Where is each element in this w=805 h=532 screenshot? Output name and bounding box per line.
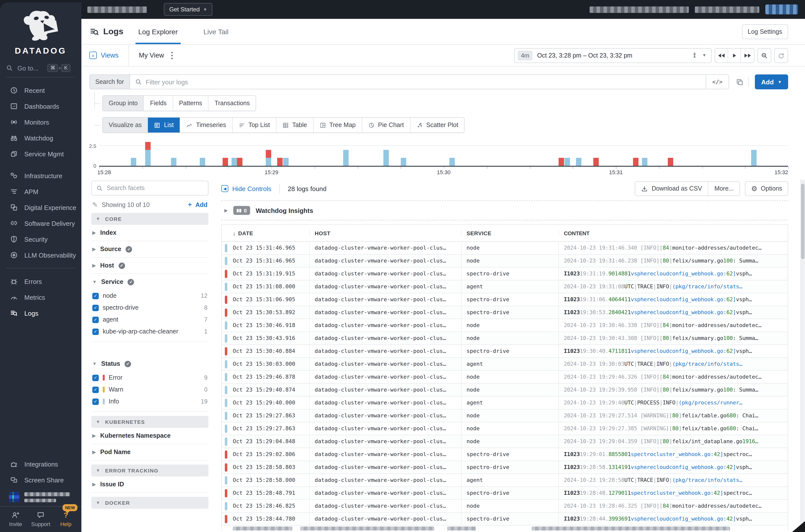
- sidebar-item-monitors[interactable]: Monitors: [0, 114, 81, 130]
- log-settings-button[interactable]: Log Settings: [742, 24, 788, 39]
- facet-pod-name[interactable]: ▶ Pod Name: [91, 444, 208, 460]
- sidebar-item-dashboards[interactable]: Dashboards: [0, 98, 81, 114]
- column-content[interactable]: CONTENT: [558, 230, 788, 236]
- time-play-button[interactable]: [728, 49, 741, 62]
- log-row[interactable]: Oct 23 15:29:02.806 datadog-cluster-vmwa…: [222, 448, 788, 461]
- refresh-button[interactable]: [774, 48, 788, 63]
- log-row[interactable]: Oct 23 15:28:48.791 datadog-cluster-vmwa…: [222, 487, 788, 500]
- log-row[interactable]: Oct 23 15:29:27.863 datadog-cluster-vmwa…: [222, 422, 788, 435]
- facet-checkbox[interactable]: [92, 328, 99, 335]
- facet-value-warn[interactable]: Warn0: [92, 384, 208, 396]
- zoom-out-button[interactable]: [758, 48, 771, 63]
- chart-bar[interactable]: [266, 150, 271, 166]
- facet-checkbox[interactable]: [92, 398, 99, 405]
- goto-search[interactable]: Go to... ⌘ + K: [6, 64, 75, 72]
- chart-bar[interactable]: [343, 150, 349, 166]
- sidebar-item-logs[interactable]: Logs: [0, 305, 81, 321]
- sidebar-item-apm[interactable]: APM: [0, 184, 81, 200]
- visualize-list[interactable]: List: [148, 118, 180, 133]
- facet-checkbox[interactable]: [92, 375, 99, 381]
- group-into-patterns[interactable]: Patterns: [173, 96, 208, 111]
- more-button[interactable]: More...: [708, 182, 740, 195]
- sidebar-item-security[interactable]: Security: [0, 231, 81, 247]
- add-facet-button[interactable]: ＋ Add: [187, 201, 208, 209]
- chart-bar[interactable]: [384, 150, 389, 166]
- log-row[interactable]: Oct 23 15:28:44.780 datadog-cluster-vmwa…: [222, 513, 788, 526]
- facet-checkbox[interactable]: [92, 292, 99, 299]
- log-row[interactable]: Oct 23 15:30:43.916 datadog-cluster-vmwa…: [222, 332, 788, 345]
- log-row[interactable]: Oct 23 15:28:58.000 datadog-cluster-vmwa…: [222, 474, 788, 487]
- facet-issue-id[interactable]: ▶ Issue ID: [91, 476, 208, 493]
- code-view-toggle[interactable]: </>: [706, 75, 729, 89]
- watchdog-insights-row[interactable]: ▶ 0 Watchdog Insights: [222, 201, 788, 220]
- log-row[interactable]: Oct 23 15:28:46.825 datadog-cluster-vmwa…: [222, 500, 788, 513]
- log-row[interactable]: Oct 23 15:29:40.000 datadog-cluster-vmwa…: [222, 397, 788, 410]
- add-button[interactable]: Add▼: [755, 74, 788, 89]
- log-row[interactable]: Oct 23 15:31:06.905 datadog-cluster-vmwa…: [222, 293, 788, 306]
- facet-checkbox[interactable]: [92, 316, 99, 323]
- group-into-transactions[interactable]: Transactions: [209, 96, 256, 111]
- time-range-picker[interactable]: 4m Oct 23, 3:28 pm – Oct 23, 3:32 pm ▼: [514, 48, 712, 63]
- user-account[interactable]: [0, 488, 81, 506]
- column-date[interactable]: ↓ DATE: [222, 230, 309, 236]
- log-row[interactable]: Oct 23 15:29:40.874 datadog-cluster-vmwa…: [222, 384, 788, 397]
- log-row[interactable]: Oct 23 15:31:08.000 datadog-cluster-vmwa…: [222, 280, 788, 293]
- chart-bar[interactable]: [401, 158, 406, 166]
- facet-kubernetes-namespace[interactable]: ▶ Kubernetes Namespace: [91, 428, 208, 444]
- column-service[interactable]: SERVICE: [461, 230, 558, 236]
- visualize-table[interactable]: Table: [276, 118, 313, 133]
- facet-value-agent[interactable]: agent7: [92, 314, 208, 326]
- visualize-pie-chart[interactable]: Pie Chart: [362, 118, 410, 133]
- invite-button[interactable]: Invite: [3, 511, 28, 527]
- download-csv-button[interactable]: Download as CSV: [635, 182, 708, 195]
- facet-source[interactable]: ▶ Source: [91, 241, 208, 258]
- sidebar-item-digital-experience[interactable]: Digital Experience: [0, 200, 81, 215]
- facet-group-error-tracking[interactable]: ▼ ERROR TRACKING: [91, 464, 208, 476]
- chart-bar[interactable]: [131, 158, 136, 166]
- visualize-tree-map[interactable]: Tree Map: [313, 118, 362, 133]
- sidebar-item-infrastructure[interactable]: Infrastructure: [0, 168, 81, 184]
- scrollbar-thumb[interactable]: [801, 184, 805, 259]
- chart-bar[interactable]: [564, 158, 570, 166]
- pin-icon[interactable]: [691, 52, 698, 59]
- chart-bar[interactable]: [277, 158, 283, 166]
- support-button[interactable]: Support: [28, 511, 53, 527]
- log-row[interactable]: Oct 23 15:29:04.848 datadog-cluster-vmwa…: [222, 435, 788, 448]
- chart-bar[interactable]: [751, 150, 756, 166]
- facet-search-input[interactable]: [107, 185, 204, 192]
- facet-host[interactable]: ▶ Host: [91, 258, 208, 274]
- views-button[interactable]: » Views: [89, 45, 129, 66]
- chart-bar[interactable]: [171, 158, 177, 166]
- pencil-icon[interactable]: ✎: [92, 201, 98, 208]
- chart-bar[interactable]: [593, 158, 598, 166]
- redacted-topbar-button[interactable]: [765, 4, 798, 14]
- current-view-name[interactable]: My View: [139, 52, 164, 59]
- sidebar-item-errors[interactable]: Errors: [0, 273, 81, 289]
- sidebar-item-metrics[interactable]: Metrics: [0, 289, 81, 305]
- tab-live-tail[interactable]: Live Tail: [202, 19, 231, 44]
- log-row[interactable]: Oct 23 15:30:03.000 datadog-cluster-vmwa…: [222, 358, 788, 371]
- facet-value-spectro-drive[interactable]: spectro-drive8: [92, 302, 208, 314]
- facet-group-docker[interactable]: ▼ DOCKER: [91, 497, 208, 509]
- chart-bar[interactable]: [576, 158, 581, 166]
- options-button[interactable]: ⚙ Options: [745, 181, 788, 196]
- copy-icon[interactable]: [736, 78, 744, 86]
- facet-service[interactable]: ▼ Service: [91, 274, 208, 290]
- datadog-logo[interactable]: DATADOG: [0, 2, 81, 58]
- chart-bar[interactable]: [283, 158, 289, 166]
- group-into-fields[interactable]: Fields: [144, 96, 173, 111]
- sidebar-item-recent[interactable]: Recent: [0, 82, 81, 98]
- facet-checkbox[interactable]: [92, 386, 99, 393]
- facet-value-kube-vip-arp-cache-cleaner[interactable]: kube-vip-arp-cache-cleaner1: [92, 326, 208, 338]
- view-menu-kebab-icon[interactable]: •••: [171, 51, 173, 60]
- sidebar-item-software-delivery[interactable]: Software Delivery: [0, 215, 81, 231]
- log-row[interactable]: Oct 23 15:30:53.892 datadog-cluster-vmwa…: [222, 306, 788, 319]
- chart-bar[interactable]: [237, 158, 243, 166]
- log-row[interactable]: Oct 23 15:31:46.965 datadog-cluster-vmwa…: [222, 242, 788, 254]
- help-button[interactable]: NEW?Help: [53, 511, 78, 527]
- log-row[interactable]: Oct 23 15:30:40.884 datadog-cluster-vmwa…: [222, 345, 788, 358]
- sidebar-item-integrations[interactable]: Integrations: [0, 456, 81, 472]
- log-row[interactable]: Oct 23 15:30:46.918 datadog-cluster-vmwa…: [222, 319, 788, 332]
- log-row[interactable]: Oct 23 15:31:19.915 datadog-cluster-vmwa…: [222, 267, 788, 280]
- facet-value-node[interactable]: node12: [92, 290, 208, 302]
